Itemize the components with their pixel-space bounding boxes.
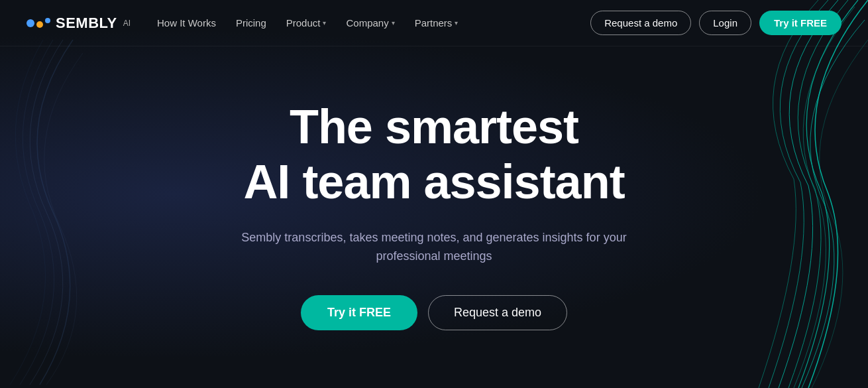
company-chevron-icon: ▾ bbox=[392, 19, 395, 27]
nav-partners[interactable]: Partners ▾ bbox=[415, 17, 459, 29]
nav-right: Request a demo Login Try it FREE bbox=[590, 11, 841, 35]
logo-dot-orange bbox=[36, 21, 43, 28]
nav-company[interactable]: Company ▾ bbox=[346, 17, 394, 29]
logo-dot-blue2 bbox=[45, 18, 50, 23]
hero-title-line1: The smartest bbox=[290, 100, 578, 153]
partners-chevron-icon: ▾ bbox=[455, 19, 458, 27]
nav-product[interactable]: Product ▾ bbox=[286, 17, 327, 29]
hero-title: The smartest AI team assistant bbox=[243, 99, 624, 210]
logo-icon bbox=[27, 19, 50, 28]
hero-subtitle: Sembly transcribes, takes meeting notes,… bbox=[209, 228, 659, 267]
request-demo-button[interactable]: Request a demo bbox=[590, 11, 691, 35]
hero-title-line2: AI team assistant bbox=[243, 155, 624, 208]
logo-dot-blue bbox=[27, 19, 34, 27]
brand-ai-suffix: AI bbox=[123, 19, 131, 28]
logo[interactable]: SEMBLYAI bbox=[27, 15, 131, 32]
navbar: SEMBLYAI How It Works Pricing Product ▾ … bbox=[0, 0, 868, 46]
hero-section: The smartest AI team assistant Sembly tr… bbox=[0, 46, 868, 330]
brand-name: SEMBLY bbox=[56, 15, 117, 32]
nav-how-it-works[interactable]: How It Works bbox=[157, 17, 216, 29]
nav-pricing[interactable]: Pricing bbox=[236, 17, 266, 29]
try-free-nav-button[interactable]: Try it FREE bbox=[759, 11, 841, 35]
nav-left: SEMBLYAI How It Works Pricing Product ▾ … bbox=[27, 15, 458, 32]
hero-request-demo-button[interactable]: Request a demo bbox=[428, 295, 567, 330]
login-button[interactable]: Login bbox=[699, 11, 751, 35]
nav-links: How It Works Pricing Product ▾ Company ▾… bbox=[157, 17, 458, 29]
product-chevron-icon: ▾ bbox=[323, 19, 326, 27]
hero-try-free-button[interactable]: Try it FREE bbox=[301, 295, 417, 330]
hero-cta-buttons: Try it FREE Request a demo bbox=[301, 295, 567, 330]
